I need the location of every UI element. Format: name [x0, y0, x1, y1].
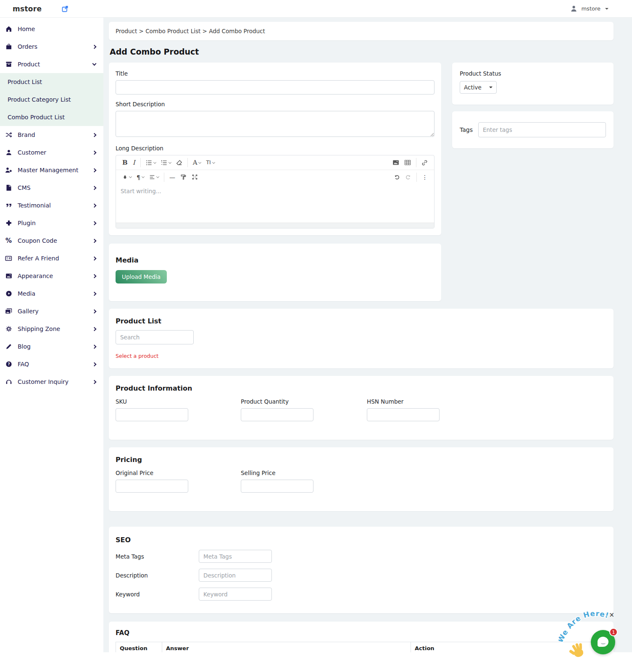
tags-card: Tags — [452, 111, 614, 148]
sidebar-item-home[interactable]: Home — [0, 20, 103, 38]
meta-tags-input[interactable] — [199, 550, 272, 563]
select-product-error: Select a product — [116, 353, 607, 359]
product-status-label: Product Status — [460, 70, 606, 77]
sidebar-item-master-management[interactable]: Master Management — [0, 161, 103, 179]
waving-hand-icon — [567, 641, 587, 660]
eraser-button[interactable] — [174, 158, 185, 168]
chevron-right-icon — [92, 150, 97, 155]
more-options-button[interactable]: ⋮ — [419, 173, 430, 182]
seo-description-input[interactable] — [199, 569, 272, 582]
long-description-editor-body[interactable]: Start writing... — [116, 184, 434, 223]
faq-card: FAQ Question Answer Action + Add More — [109, 622, 614, 652]
external-link-icon[interactable] — [62, 5, 68, 12]
editor-status-bar — [116, 223, 434, 228]
short-description-textarea[interactable] — [116, 111, 434, 137]
chevron-right-icon — [92, 291, 97, 296]
seo-description-label: Description — [116, 572, 199, 579]
sidebar-item-appearance[interactable]: Appearance — [0, 267, 103, 285]
insert-table-button[interactable] — [402, 158, 413, 168]
product-information-card: Product Information SKU Product Quantity… — [109, 376, 614, 440]
chat-close-icon[interactable]: × — [609, 612, 614, 618]
product-quantity-input[interactable] — [241, 408, 313, 421]
fullscreen-button[interactable] — [189, 172, 200, 182]
sidebar-item-gallery[interactable]: Gallery — [0, 302, 103, 320]
product-search-input[interactable] — [116, 330, 194, 344]
sidebar-item-testimonial[interactable]: Testimonial — [0, 197, 103, 214]
sidebar-item-brand[interactable]: Brand — [0, 126, 103, 144]
chevron-right-icon — [92, 168, 97, 172]
sku-label: SKU — [116, 398, 241, 405]
font-color-button[interactable]: A — [190, 158, 204, 168]
sidebar-item-coupon-code[interactable]: % Coupon Code — [0, 232, 103, 249]
product-submenu: Product List Product Category List Combo… — [0, 73, 103, 126]
sidebar-item-orders[interactable]: Orders — [0, 38, 103, 55]
ordered-list-button[interactable] — [158, 158, 174, 168]
chevron-down-icon — [169, 160, 171, 163]
pencil-icon — [5, 343, 12, 350]
chat-launcher-button[interactable]: 1 — [591, 630, 615, 654]
sidebar-item-product-category-list[interactable]: Product Category List — [0, 91, 103, 108]
hsn-number-input[interactable] — [367, 408, 440, 421]
product-quantity-label: Product Quantity — [241, 398, 367, 405]
redo-button[interactable] — [403, 172, 414, 182]
sidebar-item-customer[interactable]: Customer — [0, 144, 103, 161]
align-button[interactable] — [147, 173, 161, 182]
font-size-button[interactable]: TI — [203, 158, 217, 167]
chevron-right-icon — [92, 256, 97, 260]
sku-input[interactable] — [116, 408, 188, 421]
page-title: Add Combo Product — [110, 47, 614, 56]
italic-button[interactable]: I — [130, 158, 138, 168]
svg-text:?: ? — [8, 362, 10, 366]
bold-button[interactable]: B — [120, 158, 130, 168]
sidebar-item-product[interactable]: Product — [0, 55, 103, 73]
sidebar-item-media[interactable]: Media — [0, 285, 103, 302]
media-card: Media Upload Media — [109, 244, 441, 301]
sidebar-item-faq[interactable]: ? FAQ — [0, 355, 103, 373]
plugin-puzzle-icon — [5, 220, 12, 227]
chevron-right-icon — [92, 362, 97, 366]
product-information-heading: Product Information — [116, 384, 607, 392]
sidebar-item-combo-product-list[interactable]: Combo Product List — [0, 108, 103, 126]
user-name: mstore — [581, 5, 600, 12]
brand-shuffle-icon — [5, 131, 12, 139]
sidebar-item-customer-inquiry[interactable]: Customer Inquiry — [0, 373, 103, 391]
paragraph-style-button[interactable]: ¶ — [134, 173, 147, 182]
undo-button[interactable] — [391, 172, 403, 182]
faq-heading: FAQ — [116, 629, 607, 637]
insert-link-button[interactable] — [419, 158, 430, 168]
selling-price-input[interactable] — [241, 480, 313, 493]
title-input[interactable] — [116, 80, 434, 94]
chat-unread-badge: 1 — [609, 628, 618, 636]
sidebar-item-product-list[interactable]: Product List — [0, 73, 103, 91]
original-price-input[interactable] — [116, 480, 188, 493]
upload-media-button[interactable]: Upload Media — [116, 270, 167, 284]
tags-input[interactable] — [478, 122, 606, 137]
gallery-images-icon — [5, 308, 12, 315]
home-icon — [5, 26, 12, 33]
pricing-card: Pricing Original Price Selling Price — [109, 447, 614, 511]
sidebar-item-blog[interactable]: Blog — [0, 338, 103, 355]
product-status-select[interactable]: Active — [460, 81, 497, 94]
app-logo: mstore — [13, 5, 42, 13]
sidebar-item-plugin[interactable]: Plugin — [0, 214, 103, 232]
horizontal-rule-button[interactable]: — — [167, 173, 178, 182]
format-painter-button[interactable] — [178, 172, 189, 182]
main-content: Product > Combo Product List > Add Combo… — [103, 18, 632, 652]
seo-card: SEO Meta Tags Description Keyword — [109, 527, 614, 613]
sidebar-item-cms[interactable]: CMS — [0, 179, 103, 197]
person-gear-icon — [5, 167, 12, 174]
hsn-number-label: HSN Number — [367, 398, 440, 405]
text-color-droplet-button[interactable] — [120, 173, 134, 182]
faq-answer-header: Answer — [162, 642, 411, 653]
image-icon — [5, 273, 12, 280]
media-heading: Media — [116, 256, 434, 264]
insert-image-button[interactable] — [390, 158, 402, 168]
user-menu[interactable]: mstore — [570, 5, 608, 12]
sidebar-item-refer-a-friend[interactable]: Refer A Friend — [0, 249, 103, 267]
headset-icon — [5, 378, 12, 386]
chat-widget: We Are Here! 1 — [591, 630, 615, 654]
chevron-down-icon — [142, 175, 145, 178]
keyword-input[interactable] — [199, 588, 272, 601]
bullet-list-button[interactable] — [143, 158, 158, 168]
sidebar-item-shipping-zone[interactable]: Shipping Zone — [0, 320, 103, 338]
